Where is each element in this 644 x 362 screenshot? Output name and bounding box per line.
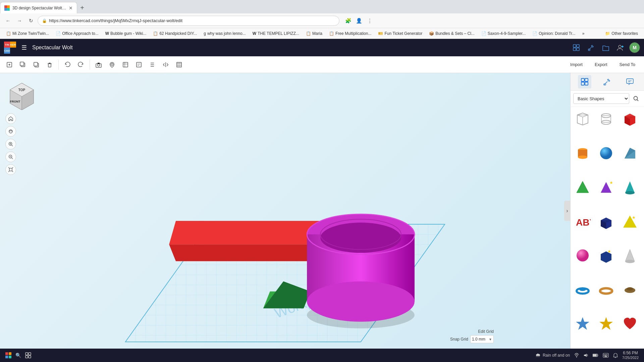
shape-pyramid-purple[interactable]: ★: [596, 177, 616, 197]
shapes-search-button[interactable]: [631, 93, 641, 104]
svg-point-18: [111, 63, 113, 65]
shape-wedge[interactable]: [620, 143, 640, 163]
align-button[interactable]: [146, 59, 158, 71]
bookmark-saxon[interactable]: 📄 Saxon-4-9-Sampler...: [479, 31, 528, 37]
snap-grid-input[interactable]: 1.0 mm ▼: [470, 335, 494, 343]
new-tab-button[interactable]: +: [77, 3, 87, 13]
battery-icon[interactable]: [593, 353, 599, 357]
panel-shapes-icon[interactable]: [578, 75, 591, 88]
undo-button[interactable]: [61, 59, 73, 71]
new-button[interactable]: [3, 59, 15, 71]
project-name[interactable]: Spectacular Wolt: [32, 45, 73, 51]
bookmark-icon: W: [253, 31, 256, 36]
profile-button[interactable]: 👤: [354, 16, 364, 25]
panel-tools-icon[interactable]: [600, 75, 614, 88]
bookmark-bundles[interactable]: 📦 Bundles & Sets – Cl...: [426, 31, 477, 37]
shape-cube-solid[interactable]: [620, 109, 640, 129]
shape-text[interactable]: ABY: [573, 212, 593, 232]
bookmark-office[interactable]: 📄 Office Approach to...: [53, 31, 101, 37]
notification-icon[interactable]: [613, 353, 618, 358]
volume-icon[interactable]: [583, 353, 589, 358]
export-button[interactable]: Export: [589, 60, 613, 69]
back-button[interactable]: ←: [3, 16, 13, 25]
start-button[interactable]: [5, 352, 11, 358]
settings-button[interactable]: ⋮: [365, 16, 374, 25]
toolbar: Import Export Send To: [0, 56, 644, 73]
shape-heart-red[interactable]: [620, 314, 640, 334]
bookmark-maria[interactable]: 📋 Maria: [303, 31, 325, 37]
edit-grid-label: Edit Grid: [478, 329, 494, 334]
datetime-display[interactable]: 6:56 PM 7/25/2022: [622, 351, 639, 360]
shape-button[interactable]: [119, 59, 131, 71]
bookmark-bubblegum[interactable]: W Bubble gum - Wiki...: [103, 31, 149, 37]
bookmark-opinion[interactable]: 📄 Opinion: Donald Tr...: [530, 31, 578, 37]
weather-status[interactable]: 🌧 Rain off and on: [535, 352, 570, 358]
viewport[interactable]: TOP FRONT: [0, 73, 570, 349]
user-avatar-button[interactable]: M: [629, 42, 640, 53]
shape-pyramid-yellow[interactable]: ★: [620, 212, 640, 232]
bookmark-multiplication[interactable]: 📋 Free Multiplication...: [326, 31, 374, 37]
shape-box-darkblue[interactable]: ★: [596, 245, 616, 265]
keyboard-icon[interactable]: [603, 353, 609, 358]
delete-button[interactable]: [44, 59, 56, 71]
shape-cone-teal[interactable]: [620, 177, 640, 197]
panel-collapse-button[interactable]: ›: [564, 201, 570, 221]
bookmark-62[interactable]: 📋 62 Handpicked DIY...: [150, 31, 200, 37]
address-bar[interactable]: 🔒 https://www.tinkercad.com/things/jMq5M…: [38, 16, 339, 26]
shape-cube-hole[interactable]: [573, 109, 593, 129]
bookmark-mi-zone[interactable]: 📋 Mi Zone Twin/Twin...: [3, 31, 52, 37]
shapes-category-dropdown[interactable]: Basic Shapes: [573, 93, 629, 104]
nav-folder-button[interactable]: [600, 42, 612, 54]
measure-button[interactable]: [133, 59, 145, 71]
shape-sphere-pink[interactable]: [573, 245, 593, 265]
search-bar[interactable]: 🔍: [15, 353, 21, 358]
extensions-button[interactable]: 🧩: [343, 16, 353, 25]
shape-knot[interactable]: [620, 280, 640, 300]
nav-grid-button[interactable]: [570, 42, 582, 54]
location-button[interactable]: [106, 59, 118, 71]
camera-button[interactable]: [93, 59, 105, 71]
panel-chat-icon[interactable]: [623, 75, 637, 88]
bookmark-other-favorites[interactable]: 📁 Other favorites: [602, 31, 641, 37]
forward-button[interactable]: →: [15, 16, 24, 25]
shape-sphere-solid[interactable]: [596, 143, 616, 163]
svg-text:★: ★: [609, 180, 613, 185]
bookmark-ticket[interactable]: 🎫 Fun Ticket Generator: [375, 31, 425, 37]
import-button[interactable]: Import: [565, 60, 588, 69]
shape-cylinder-solid[interactable]: [573, 143, 593, 163]
svg-marker-77: [625, 181, 635, 193]
nav-tools-button[interactable]: [585, 42, 597, 54]
hamburger-menu-icon[interactable]: ☰: [21, 44, 27, 51]
shape-torus[interactable]: [573, 280, 593, 300]
bookmark-john[interactable]: g why was john lenno...: [201, 31, 248, 37]
svg-point-93: [600, 288, 612, 294]
shape-pyramid-green[interactable]: [573, 177, 593, 197]
shape-star-yellow[interactable]: [596, 314, 616, 334]
active-tab[interactable]: 3D design Spectacular Wolt | Ti... ✕: [0, 2, 77, 13]
svg-rect-17: [96, 64, 101, 67]
shape-cone-white[interactable]: [620, 245, 640, 265]
grid-button[interactable]: [173, 59, 185, 71]
task-view-button[interactable]: [25, 352, 31, 358]
svg-rect-51: [585, 78, 588, 81]
shape-cylinder-hole[interactable]: [596, 109, 616, 129]
refresh-button[interactable]: ↻: [26, 16, 36, 25]
tab-close-button[interactable]: ✕: [69, 5, 73, 11]
workplane-scene: Workplane: [0, 73, 570, 349]
bookmark-icon: 🎫: [378, 31, 383, 36]
bookmark-label: Bubble gum - Wiki...: [110, 31, 146, 36]
nav-user-plus-button[interactable]: [614, 42, 627, 54]
wifi-icon[interactable]: [574, 353, 579, 358]
redo-button[interactable]: [75, 59, 87, 71]
bookmark-tempel[interactable]: W THE TEMPEL LIPIZZ...: [250, 31, 302, 37]
copy-button[interactable]: [30, 59, 42, 71]
svg-rect-3: [7, 8, 10, 11]
bookmark-more[interactable]: »: [580, 31, 587, 37]
tinkercad-logo[interactable]: TIN KER CAD: [4, 42, 16, 54]
shape-star-blue[interactable]: [573, 314, 593, 334]
shape-donut[interactable]: [596, 280, 616, 300]
shape-box-blue[interactable]: [596, 212, 616, 232]
duplicate-button[interactable]: [17, 59, 29, 71]
send-to-button[interactable]: Send To: [614, 60, 641, 69]
flip-button[interactable]: [160, 59, 172, 71]
